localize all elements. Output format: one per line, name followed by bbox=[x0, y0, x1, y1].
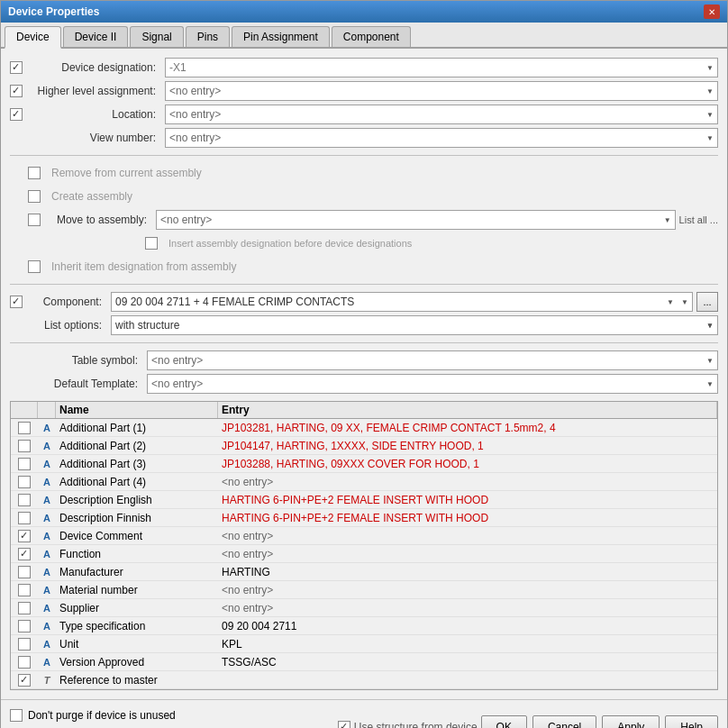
row-checkbox-13[interactable] bbox=[18, 656, 31, 669]
remove-assembly-checkbox[interactable] bbox=[28, 167, 41, 179]
row-checkbox-4[interactable] bbox=[18, 494, 31, 506]
table-row[interactable]: A Device Comment <no entry> bbox=[11, 527, 717, 545]
table-symbol-dropdown[interactable]: <no entry> bbox=[147, 350, 718, 370]
tab-pins[interactable]: Pins bbox=[186, 26, 230, 47]
window-title: Device Properties bbox=[8, 5, 99, 18]
default-template-dropdown[interactable]: <no entry> bbox=[147, 374, 718, 394]
table-row[interactable]: A Manufacturer HARTING bbox=[11, 563, 717, 581]
location-row: Location: <no entry> bbox=[10, 105, 718, 124]
cancel-button[interactable]: Cancel bbox=[532, 715, 596, 729]
row-checkbox-6[interactable] bbox=[18, 530, 31, 542]
device-designation-label: Device designation: bbox=[61, 61, 156, 74]
footer-right: Use structure from device OK Cancel Appl… bbox=[338, 715, 718, 729]
tab-bar: Device Device II Signal Pins Pin Assignm… bbox=[1, 23, 727, 49]
move-to-assembly-dropdown[interactable]: <no entry> bbox=[156, 210, 676, 230]
data-table: Name Entry A Additional Part (1) JP10328… bbox=[10, 401, 718, 690]
table-row[interactable]: A Additional Part (1) JP103281, HARTING,… bbox=[11, 419, 717, 437]
row-checkbox-7[interactable] bbox=[18, 548, 31, 560]
row-checkbox-5[interactable] bbox=[18, 512, 31, 524]
location-checkbox[interactable] bbox=[10, 108, 23, 121]
col-header-name: Name bbox=[56, 402, 218, 418]
footer-bar: Don't purge if device is unused Device i… bbox=[1, 699, 727, 728]
create-assembly-label: Create assembly bbox=[51, 190, 132, 203]
create-assembly-checkbox[interactable] bbox=[28, 190, 41, 203]
row-checkbox-2[interactable] bbox=[18, 458, 31, 470]
use-structure-wrapper: Use structure from device bbox=[338, 721, 478, 729]
tab-device2[interactable]: Device II bbox=[63, 26, 129, 47]
tab-device[interactable]: Device bbox=[5, 26, 61, 49]
device-designation-checkbox[interactable] bbox=[10, 61, 23, 74]
tab-pin-assignment[interactable]: Pin Assignment bbox=[232, 26, 330, 47]
list-options-dropdown[interactable]: with structure ▼ bbox=[111, 315, 718, 335]
titlebar: Device Properties ✕ bbox=[1, 1, 727, 23]
higher-level-label: Higher level assignment: bbox=[38, 85, 156, 97]
insert-assembly-checkbox[interactable] bbox=[145, 237, 158, 250]
table-row[interactable]: A Material number <no entry> bbox=[11, 581, 717, 599]
row-checkbox-8[interactable] bbox=[18, 566, 31, 578]
table-row[interactable]: A Version Approved TSSG/ASC bbox=[11, 653, 717, 671]
insert-assembly-row: Insert assembly designation before devic… bbox=[10, 233, 718, 253]
device-designation-row: Device designation: -X1 bbox=[10, 58, 718, 77]
view-number-dropdown[interactable]: <no entry> bbox=[165, 128, 718, 148]
help-button[interactable]: Help bbox=[665, 715, 718, 729]
higher-level-checkbox[interactable] bbox=[10, 85, 23, 97]
table-row[interactable]: A Type specification 09 20 004 2711 bbox=[11, 617, 717, 635]
default-template-label: Default Template: bbox=[54, 378, 138, 390]
close-button[interactable]: ✕ bbox=[704, 5, 720, 19]
dont-purge-checkbox[interactable] bbox=[10, 709, 23, 722]
device-designation-dropdown[interactable]: -X1 bbox=[165, 58, 718, 77]
table-row[interactable]: A Additional Part (2) JP104147, HARTING,… bbox=[11, 437, 717, 455]
list-options-label: List options: bbox=[44, 319, 102, 332]
higher-level-dropdown[interactable]: <no entry> bbox=[165, 81, 718, 101]
view-number-label: View number: bbox=[90, 132, 156, 144]
view-number-row: View number: <no entry> bbox=[10, 128, 718, 148]
table-row[interactable]: A Additional Part (4) <no entry> bbox=[11, 473, 717, 491]
component-row: Component: 09 20 004 2711 + 4 FEMALE CRI… bbox=[10, 292, 718, 312]
inherit-item-checkbox[interactable] bbox=[28, 260, 41, 273]
tab-component[interactable]: Component bbox=[332, 26, 411, 47]
move-to-assembly-row: Move to assembly: <no entry> OK List all… bbox=[10, 210, 718, 230]
component-label: Component: bbox=[43, 296, 102, 308]
content-area: Device designation: -X1 Higher level ass… bbox=[1, 49, 727, 699]
component-browse-button[interactable]: ... bbox=[696, 292, 718, 312]
dont-purge-row: Don't purge if device is unused bbox=[10, 705, 176, 725]
row-checkbox-9[interactable] bbox=[18, 584, 31, 596]
table-row[interactable]: A Description Finnish HARTING 6-PIN+PE+2… bbox=[11, 509, 717, 527]
component-checkbox[interactable] bbox=[10, 296, 23, 308]
move-to-assembly-label: Move to assembly: bbox=[57, 214, 147, 226]
row-checkbox-10[interactable] bbox=[18, 602, 31, 614]
use-structure-label: Use structure from device bbox=[354, 721, 478, 729]
row-checkbox-3[interactable] bbox=[18, 476, 31, 488]
location-dropdown[interactable]: <no entry> bbox=[165, 105, 718, 124]
create-assembly-row: Create assembly bbox=[10, 187, 718, 206]
apply-button[interactable]: Apply bbox=[602, 715, 660, 729]
move-to-assembly-checkbox[interactable] bbox=[28, 214, 41, 226]
table-row[interactable]: T Reference to master bbox=[11, 671, 717, 689]
divider-2 bbox=[10, 284, 718, 285]
table-row[interactable]: A Description English HARTING 6-PIN+PE+2… bbox=[11, 491, 717, 509]
row-checkbox-12[interactable] bbox=[18, 638, 31, 651]
use-structure-checkbox[interactable] bbox=[338, 721, 350, 729]
action-buttons: OK Cancel Apply Help bbox=[481, 715, 718, 729]
table-symbol-label: Table symbol: bbox=[72, 354, 138, 367]
row-checkbox-1[interactable] bbox=[18, 440, 31, 452]
footer-left: Don't purge if device is unused Device i… bbox=[10, 705, 176, 728]
table-body: A Additional Part (1) JP103281, HARTING,… bbox=[11, 419, 717, 689]
row-checkbox-0[interactable] bbox=[18, 422, 31, 434]
table-row[interactable]: A Supplier <no entry> bbox=[11, 599, 717, 617]
tab-signal[interactable]: Signal bbox=[130, 26, 183, 47]
remove-assembly-row: Remove from current assembly bbox=[10, 163, 718, 183]
row-checkbox-14[interactable] bbox=[18, 674, 31, 687]
divider-1 bbox=[10, 155, 718, 156]
row-checkbox-11[interactable] bbox=[18, 620, 31, 632]
table-row[interactable]: A Additional Part (3) JP103288, HARTING,… bbox=[11, 455, 717, 473]
col-header-entry: Entry bbox=[218, 402, 717, 418]
inherit-item-label: Inherit item designation from assembly bbox=[51, 260, 236, 273]
component-dropdown[interactable]: 09 20 004 2711 + 4 FEMALE CRIMP CONTACTS… bbox=[111, 292, 693, 312]
ok-button[interactable]: OK bbox=[481, 715, 527, 729]
dont-purge-label: Don't purge if device is unused bbox=[28, 709, 176, 722]
list-all-label[interactable]: List all ... bbox=[679, 214, 718, 225]
col-header-checkbox bbox=[11, 402, 38, 418]
table-row[interactable]: A Unit KPL bbox=[11, 635, 717, 653]
table-row[interactable]: A Function <no entry> bbox=[11, 545, 717, 563]
